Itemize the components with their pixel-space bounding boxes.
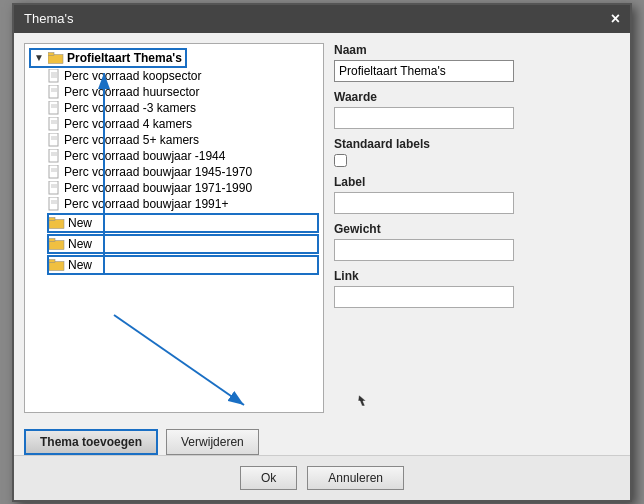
- list-item[interactable]: Perc voorraad bouwjaar 1945-1970: [47, 164, 319, 180]
- naam-label: Naam: [334, 43, 620, 57]
- svg-rect-31: [49, 217, 55, 220]
- item-label: Perc voorraad koopsector: [64, 69, 201, 83]
- standaard-labels-label: Standaard labels: [334, 137, 620, 151]
- list-item[interactable]: Perc voorraad koopsector: [47, 68, 319, 84]
- list-item[interactable]: Perc voorraad -3 kamers: [47, 100, 319, 116]
- doc-icon: [47, 101, 61, 115]
- link-label: Link: [334, 269, 620, 283]
- list-item[interactable]: Perc voorraad bouwjaar 1971-1990: [47, 180, 319, 196]
- item-label: Perc voorraad 5+ kamers: [64, 133, 199, 147]
- svg-rect-24: [49, 181, 58, 194]
- svg-rect-9: [49, 101, 58, 114]
- svg-rect-18: [49, 149, 58, 162]
- right-panel: Naam Waarde Standaard labels Label Gewic…: [334, 43, 620, 413]
- title-bar: Thema's ×: [14, 5, 630, 33]
- item-label: Perc voorraad -3 kamers: [64, 101, 196, 115]
- root-label: Profieltaart Thema's: [67, 51, 182, 65]
- list-item[interactable]: Perc voorraad 5+ kamers: [47, 132, 319, 148]
- standaard-labels-group: Standaard labels: [334, 137, 620, 167]
- folder-icon: [49, 216, 65, 230]
- waarde-label: Waarde: [334, 90, 620, 104]
- list-item[interactable]: Perc voorraad bouwjaar 1991+: [47, 196, 319, 212]
- link-field-group: Link: [334, 269, 620, 308]
- new-item-label: New: [68, 216, 92, 230]
- waarde-field-group: Waarde: [334, 90, 620, 129]
- item-label: Perc voorraad bouwjaar 1971-1990: [64, 181, 252, 195]
- item-label: Perc voorraad bouwjaar 1991+: [64, 197, 228, 211]
- tree-root-item[interactable]: ▼ Profieltaart Thema's: [29, 48, 319, 275]
- svg-rect-2: [49, 69, 58, 82]
- doc-icon: [47, 149, 61, 163]
- list-item[interactable]: Perc voorraad 4 kamers: [47, 116, 319, 132]
- new-item-label: New: [68, 237, 92, 251]
- cancel-button[interactable]: Annuleren: [307, 466, 404, 490]
- doc-icon: [47, 165, 61, 179]
- doc-icon: [47, 181, 61, 195]
- svg-rect-30: [49, 219, 64, 228]
- svg-rect-12: [49, 117, 58, 130]
- doc-icon: [47, 85, 61, 99]
- item-label: Perc voorraad huursector: [64, 85, 199, 99]
- new-folder-item-2[interactable]: New: [47, 234, 319, 254]
- label-label: Label: [334, 175, 620, 189]
- add-theme-button[interactable]: Thema toevoegen: [24, 429, 158, 455]
- svg-rect-32: [49, 240, 64, 249]
- list-item[interactable]: Perc voorraad huursector: [47, 84, 319, 100]
- close-button[interactable]: ×: [611, 10, 620, 28]
- label-field-group: Label: [334, 175, 620, 214]
- svg-rect-1: [48, 52, 54, 55]
- svg-rect-33: [49, 238, 55, 241]
- svg-rect-0: [48, 54, 63, 63]
- bottom-buttons: Ok Annuleren: [14, 455, 630, 500]
- doc-icon: [47, 69, 61, 83]
- ok-button[interactable]: Ok: [240, 466, 297, 490]
- themes-dialog: Thema's × ▼ Profieltaart Thema's: [12, 3, 632, 502]
- folder-icon: [48, 51, 64, 65]
- standaard-labels-checkbox[interactable]: [334, 154, 347, 167]
- naam-input[interactable]: [334, 60, 514, 82]
- doc-icon: [47, 197, 61, 211]
- waarde-input[interactable]: [334, 107, 514, 129]
- action-buttons-row: Thema toevoegen Verwijderen: [14, 423, 630, 455]
- svg-rect-35: [49, 259, 55, 262]
- svg-rect-15: [49, 133, 58, 146]
- folder-icon: [49, 237, 65, 251]
- dialog-title: Thema's: [24, 11, 73, 26]
- doc-icon: [47, 133, 61, 147]
- naam-field-group: Naam: [334, 43, 620, 82]
- svg-rect-21: [49, 165, 58, 178]
- link-input[interactable]: [334, 286, 514, 308]
- gewicht-label: Gewicht: [334, 222, 620, 236]
- label-input[interactable]: [334, 192, 514, 214]
- item-label: Perc voorraad bouwjaar -1944: [64, 149, 225, 163]
- gewicht-field-group: Gewicht: [334, 222, 620, 261]
- new-folder-item-3[interactable]: New: [47, 255, 319, 275]
- gewicht-input[interactable]: [334, 239, 514, 261]
- folder-icon: [49, 258, 65, 272]
- expand-icon[interactable]: ▼: [34, 52, 48, 63]
- list-item[interactable]: Perc voorraad bouwjaar -1944: [47, 148, 319, 164]
- item-label: Perc voorraad bouwjaar 1945-1970: [64, 165, 252, 179]
- dialog-body: ▼ Profieltaart Thema's: [14, 33, 630, 423]
- svg-rect-6: [49, 85, 58, 98]
- new-item-label: New: [68, 258, 92, 272]
- svg-rect-27: [49, 197, 58, 210]
- tree-panel[interactable]: ▼ Profieltaart Thema's: [24, 43, 324, 413]
- svg-rect-34: [49, 261, 64, 270]
- item-label: Perc voorraad 4 kamers: [64, 117, 192, 131]
- remove-button[interactable]: Verwijderen: [166, 429, 259, 455]
- new-folder-item-1[interactable]: New: [47, 213, 319, 233]
- standaard-labels-checkbox-row: [334, 154, 620, 167]
- doc-icon: [47, 117, 61, 131]
